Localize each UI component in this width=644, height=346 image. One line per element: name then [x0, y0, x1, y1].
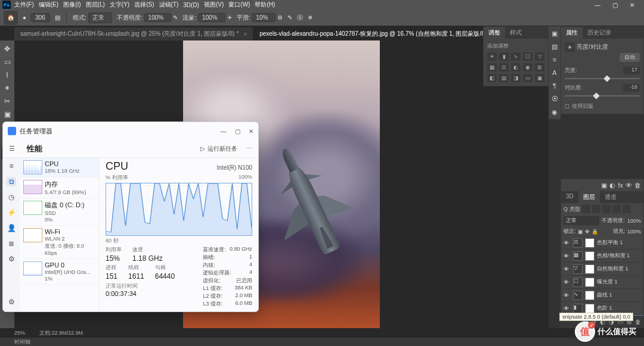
trash-icon[interactable]: 🗑	[634, 182, 641, 189]
close-icon[interactable]: ×	[243, 31, 247, 38]
visibility-icon[interactable]: 👁	[564, 279, 571, 285]
filter-icon[interactable]: ▣	[601, 182, 607, 189]
contrast-value[interactable]: -16	[623, 84, 640, 92]
color-icon[interactable]: ▣	[550, 29, 559, 38]
processes-icon[interactable]: ≡	[7, 161, 16, 171]
hamburger-icon[interactable]: ☰	[9, 145, 18, 152]
timeline-bar[interactable]: 时间轴	[0, 338, 644, 346]
doc-tab-2[interactable]: pexels-vlad-alexandru-popa-1402787-恢复的.j…	[253, 27, 505, 40]
tab-layers[interactable]: 图层	[578, 191, 600, 203]
more-icon[interactable]: ⋯	[246, 145, 252, 152]
mask-icon[interactable]: ◐	[609, 182, 615, 189]
smooth-gear-icon[interactable]: ⚙	[277, 14, 283, 21]
mask-thumb[interactable]	[585, 304, 595, 313]
layer-row[interactable]: 👁∿曲线 1	[561, 289, 643, 302]
layer-row[interactable]: 👁⚖色彩平衡 1	[561, 236, 643, 250]
details-icon[interactable]: ≣	[7, 239, 16, 248]
brightness-icon[interactable]: ☀	[487, 52, 497, 61]
window-minimize-icon[interactable]: —	[595, 2, 600, 8]
lock-pos-icon[interactable]: ✥	[585, 229, 590, 235]
lock-all-icon[interactable]: ▣	[578, 229, 583, 235]
tm-item-cpu[interactable]: CPU15% 1.18 GHz	[20, 158, 99, 177]
tm-minimize-icon[interactable]: —	[221, 128, 227, 135]
gradmap-icon[interactable]: ▭	[523, 74, 532, 82]
filter-pixel-icon[interactable]	[582, 205, 590, 213]
move-tool[interactable]: ✥	[1, 43, 13, 55]
menu-image[interactable]: 图像(I)	[63, 1, 80, 9]
eye-icon[interactable]: 👁	[626, 182, 632, 189]
curves-icon[interactable]: ∿	[511, 52, 521, 61]
fill-value[interactable]: 100%	[627, 229, 641, 235]
visibility-icon[interactable]: 👁	[564, 292, 571, 298]
mask-thumb[interactable]	[585, 251, 595, 261]
paragraph-icon[interactable]: ¶	[550, 81, 559, 91]
blend-mode-dropdown[interactable]: 正常	[564, 216, 599, 225]
colorbalance-icon[interactable]: ⚖	[499, 63, 509, 71]
mask-thumb[interactable]	[585, 291, 595, 300]
posterize-icon[interactable]: ▤	[499, 74, 509, 82]
swatches-icon[interactable]: ▧	[550, 42, 559, 51]
threshold-icon[interactable]: ◨	[511, 74, 521, 82]
doc-size[interactable]: 文档:22.9M/22.9M	[39, 329, 83, 337]
butterfly-icon[interactable]: ✵	[308, 14, 312, 21]
startup-icon[interactable]: ⚡	[7, 208, 16, 217]
selcolor-icon[interactable]: ▣	[535, 74, 544, 82]
mask-thumb[interactable]	[585, 264, 595, 274]
tab-styles[interactable]: 样式	[505, 27, 527, 39]
menu-help[interactable]: 帮助(H)	[255, 1, 275, 9]
legacy-checkbox[interactable]: ☐	[565, 104, 569, 110]
brush-panel-icon[interactable]: ▤	[55, 14, 60, 21]
levels-icon[interactable]: ▮	[499, 52, 509, 61]
layer-row[interactable]: 👁▽自然饱和度 1	[561, 263, 643, 276]
window-maximize-icon[interactable]: ▢	[612, 2, 618, 8]
brushes-icon[interactable]: ⦿	[550, 94, 559, 104]
visibility-icon[interactable]: 👁	[564, 240, 571, 246]
run-new-task-button[interactable]: ▷运行新任务	[200, 145, 237, 153]
frame-tool[interactable]: ▣	[1, 108, 13, 120]
vibrance-icon[interactable]: ▽	[535, 52, 544, 61]
tm-item-memory[interactable]: 内存5.4/7.8 GB (69%)	[20, 177, 99, 198]
tab-properties[interactable]: 属性	[561, 27, 583, 39]
filter-smart-icon[interactable]	[623, 205, 631, 213]
tab-history[interactable]: 历史记录	[583, 27, 616, 39]
settings-icon[interactable]: ⚙	[7, 297, 16, 307]
tm-item-gpu[interactable]: GPU 0Intel(R) UHD Gra…1%	[20, 259, 99, 285]
layer-opacity-value[interactable]: 100%	[627, 218, 641, 224]
menu-type[interactable]: 文字(Y)	[110, 1, 129, 9]
visibility-icon[interactable]: 👁	[564, 253, 571, 259]
brush-size-field[interactable]: 306	[31, 13, 50, 22]
hue-icon[interactable]: ▦	[487, 63, 497, 71]
tm-maximize-icon[interactable]: ▢	[235, 128, 240, 135]
cpu-usage-chart[interactable]	[106, 183, 252, 236]
tab-3d[interactable]: 3D	[561, 191, 578, 203]
channelmixer-icon[interactable]: ⊞	[535, 63, 544, 71]
menu-window[interactable]: 窗口(W)	[228, 1, 250, 9]
quick-select-tool[interactable]: ✶	[1, 82, 13, 94]
filter-adj-icon[interactable]	[592, 205, 600, 213]
airbrush-icon[interactable]: ✈	[227, 14, 232, 21]
users-icon[interactable]: 👤	[7, 223, 16, 233]
libraries-icon[interactable]: ≡	[550, 55, 559, 64]
smooth-field[interactable]: 10%	[252, 13, 275, 22]
crop-tool[interactable]: ✂	[1, 95, 13, 107]
menu-layer[interactable]: 图层(L)	[86, 1, 105, 9]
history-icon[interactable]: ◷	[7, 192, 16, 202]
opacity-field[interactable]: 100%	[144, 13, 172, 22]
layer-row[interactable]: 👁☐曝光度 1	[561, 276, 643, 289]
pressure-size-icon[interactable]: Ⓢ	[297, 14, 303, 22]
mask-thumb[interactable]	[585, 238, 595, 248]
bw-icon[interactable]: ◐	[511, 63, 521, 71]
mask-thumb[interactable]	[585, 278, 595, 287]
tm-close-icon[interactable]: ✕	[249, 128, 253, 135]
invert-icon[interactable]: ◧	[487, 74, 497, 82]
home-button[interactable]: 🏠	[4, 11, 18, 25]
symmetry-icon[interactable]: ✎	[287, 14, 292, 21]
filter-type-icon[interactable]	[602, 205, 611, 213]
tm-titlebar[interactable]: 任务管理器 — ▢ ✕	[3, 122, 258, 140]
tm-item-disk[interactable]: 磁盘 0 (C: D:)SSD0%	[20, 198, 99, 226]
menu-edit[interactable]: 编辑(E)	[39, 1, 58, 9]
contrast-slider[interactable]	[565, 95, 640, 96]
services-icon[interactable]: ⚙	[7, 254, 16, 264]
menu-select[interactable]: 选择(S)	[134, 1, 154, 9]
lasso-tool[interactable]: ⌇	[1, 69, 13, 81]
